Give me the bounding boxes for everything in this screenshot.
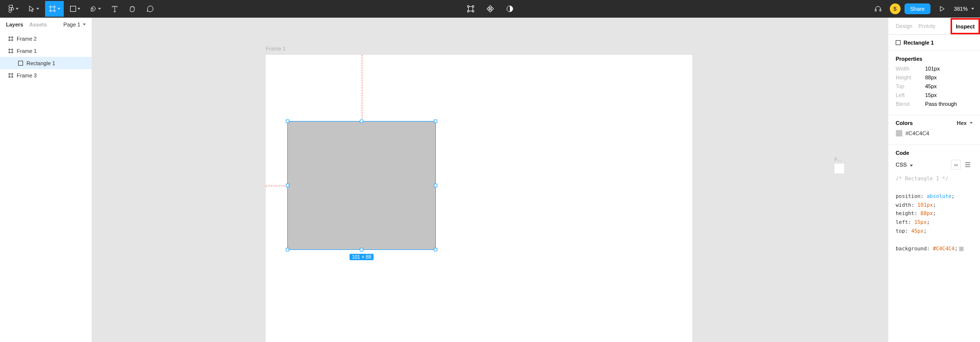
layer-label: Rectangle 1 [26, 60, 55, 66]
frame-label[interactable]: Frame 1 [266, 46, 286, 51]
move-tool-button[interactable] [25, 1, 43, 17]
figma-logo-icon [8, 5, 14, 13]
shape-tool-button[interactable] [66, 1, 84, 17]
frame-label-small[interactable]: F... [834, 156, 842, 162]
resize-handle-e[interactable] [434, 184, 437, 187]
left-panel-header: Layers Assets Page 1 [0, 18, 92, 31]
resize-handle-w[interactable] [286, 184, 289, 187]
tab-assets[interactable]: Assets [29, 22, 47, 27]
layer-frame3[interactable]: Frame 3 [0, 69, 92, 81]
code-background-val: #C4C4C4 [933, 245, 955, 251]
text-icon [112, 6, 118, 12]
colors-section: Colors Hex #C4C4C4 [888, 115, 980, 145]
avatar-initial: S [893, 6, 897, 12]
main-menu-button[interactable] [4, 1, 23, 17]
page-label: Page 1 [63, 22, 80, 27]
properties-title: Properties [896, 56, 973, 62]
tab-design[interactable]: Design [896, 23, 912, 29]
layer-label: Frame 2 [17, 36, 37, 42]
canvas-frame-small[interactable]: F... [834, 164, 844, 173]
prop-blend-value[interactable]: Pass through [925, 101, 957, 107]
prop-width-value[interactable]: 101px [925, 66, 940, 72]
comment-tool-button[interactable] [142, 1, 158, 17]
color-swatch [896, 130, 903, 137]
code-list-button[interactable] [963, 160, 973, 170]
code-section: Code CSS ‹› /* Rectangle 1 */ posi [888, 145, 980, 258]
code-top-prop: top [896, 228, 905, 234]
frame-icon [8, 36, 14, 42]
tab-inspect-label: Inspect [956, 24, 975, 29]
toolbar-right-group: S Share 381% [870, 1, 977, 17]
prop-left-label: Left [896, 92, 925, 98]
headphones-icon [875, 5, 881, 12]
prop-width: Width 101px [896, 66, 973, 72]
layer-frame2[interactable]: Frame 2 [0, 32, 92, 45]
hand-tool-button[interactable] [125, 1, 140, 17]
code-block[interactable]: /* Rectangle 1 */ position: absolute; wi… [896, 174, 973, 253]
share-button[interactable]: Share [905, 3, 930, 14]
toolbar-center-group [463, 1, 518, 17]
frame-tool-button[interactable] [45, 1, 64, 17]
mask-button[interactable] [502, 1, 518, 17]
resize-handle-se[interactable] [434, 248, 437, 251]
code-background-prop: background [896, 245, 927, 251]
canvas-rectangle1[interactable] [287, 121, 436, 250]
canvas-area[interactable]: Frame 1 F... 101 × 88 [92, 18, 888, 342]
edit-object-button[interactable] [463, 1, 478, 17]
toolbar-left-group [4, 1, 158, 17]
svg-rect-15 [491, 7, 494, 10]
present-button[interactable] [934, 1, 950, 17]
prop-left-value[interactable]: 15px [925, 92, 937, 98]
svg-rect-9 [472, 6, 474, 7]
color-row[interactable]: #C4C4C4 [896, 130, 973, 137]
left-panel: Layers Assets Page 1 Frame 2 Frame 1 [0, 18, 92, 342]
code-width-val: 101px [917, 202, 933, 208]
layer-rectangle1[interactable]: Rectangle 1 [0, 57, 92, 69]
tab-prototype[interactable]: Prototy [918, 23, 935, 29]
resize-handle-sw[interactable] [286, 248, 289, 251]
layer-frame1[interactable]: Frame 1 [0, 45, 92, 57]
edit-object-icon [467, 5, 474, 12]
component-icon [487, 5, 494, 12]
user-avatar[interactable]: S [890, 3, 901, 14]
prop-height-value[interactable]: 88px [925, 74, 937, 80]
main-layout: Layers Assets Page 1 Frame 2 Frame 1 [0, 18, 980, 342]
code-left-prop: left [896, 219, 908, 225]
tab-inspect[interactable]: Inspect [951, 18, 980, 34]
zoom-level-control[interactable]: 381% [954, 6, 976, 12]
cursor-icon [29, 5, 35, 12]
zoom-value: 381% [954, 6, 968, 12]
alignment-guide-vertical [362, 55, 362, 121]
layer-tree: Frame 2 Frame 1 Rectangle 1 Frame 3 [0, 31, 92, 82]
alignment-guide-horizontal [266, 186, 287, 186]
pen-icon [90, 6, 97, 12]
layer-label: Frame 3 [17, 73, 37, 78]
pen-tool-button[interactable] [86, 1, 105, 17]
component-button[interactable] [482, 1, 498, 17]
color-format-selector[interactable]: Hex [957, 120, 973, 126]
frame-icon [49, 5, 56, 12]
code-view-button[interactable]: ‹› [951, 160, 961, 170]
svg-rect-11 [472, 11, 474, 12]
text-tool-button[interactable] [107, 1, 123, 17]
code-left-val: 15px [914, 219, 927, 225]
prop-top-value[interactable]: 45px [925, 83, 937, 89]
resize-handle-n[interactable] [360, 120, 363, 123]
top-toolbar: S Share 381% [0, 0, 980, 18]
prop-top-label: Top [896, 83, 925, 89]
frame-icon [8, 48, 14, 54]
prop-blend: Blend Pass through [896, 101, 973, 107]
resize-handle-nw[interactable] [286, 120, 289, 123]
selected-element-name: Rectangle 1 [904, 40, 934, 46]
prop-height: Height 88px [896, 74, 973, 80]
code-color-swatch [959, 246, 964, 251]
resize-handle-ne[interactable] [434, 120, 437, 123]
rectangle-icon [70, 6, 76, 12]
tab-layers[interactable]: Layers [6, 22, 23, 27]
page-selector[interactable]: Page 1 [63, 22, 86, 27]
resize-handle-s[interactable] [360, 248, 363, 251]
code-language-selector[interactable]: CSS [896, 162, 913, 168]
support-button[interactable] [870, 1, 886, 17]
code-position-val: absolute [927, 193, 952, 199]
code-language-label: CSS [896, 162, 907, 168]
